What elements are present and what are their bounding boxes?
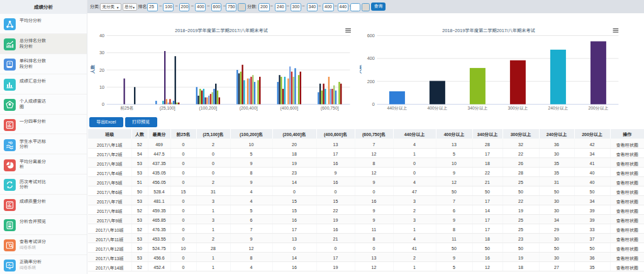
svg-text:(400,600]: (400,600] xyxy=(280,106,298,111)
svg-text:0: 0 xyxy=(372,101,375,107)
svg-text:600: 600 xyxy=(367,33,375,38)
svg-text:(600,750]: (600,750] xyxy=(321,106,339,111)
svg-text:200: 200 xyxy=(367,79,375,84)
svg-text:300分以上: 300分以上 xyxy=(508,106,528,110)
svg-text:340分以上: 340分以上 xyxy=(468,106,488,110)
svg-text:人数: 人数 xyxy=(360,65,362,74)
svg-text:2018~2019学年度第二学期2017/八年期末考试: 2018~2019学年度第二学期2017/八年期末考试 xyxy=(442,28,535,33)
svg-text:(200,400]: (200,400] xyxy=(240,106,258,111)
svg-text:20: 20 xyxy=(99,67,104,73)
svg-text:(100,200]: (100,200] xyxy=(199,106,217,111)
svg-text:0: 0 xyxy=(102,101,104,107)
svg-text:400分以上: 400分以上 xyxy=(428,106,448,110)
svg-text:前25名: 前25名 xyxy=(120,106,133,110)
svg-text:440分以上: 440分以上 xyxy=(387,106,408,110)
svg-text:30: 30 xyxy=(99,50,104,55)
svg-text:40: 40 xyxy=(99,33,104,38)
svg-text:10: 10 xyxy=(99,84,104,90)
svg-text:2018~2019学年度第二学期2017/八年期末考试: 2018~2019学年度第二学期2017/八年期末考试 xyxy=(175,28,268,33)
svg-text:(25,100]: (25,100] xyxy=(160,106,175,111)
svg-text:200分以上: 200分以上 xyxy=(589,106,609,110)
svg-text:400: 400 xyxy=(367,55,375,61)
svg-text:人数: 人数 xyxy=(91,65,95,74)
svg-text:240分以上: 240分以上 xyxy=(548,106,569,110)
